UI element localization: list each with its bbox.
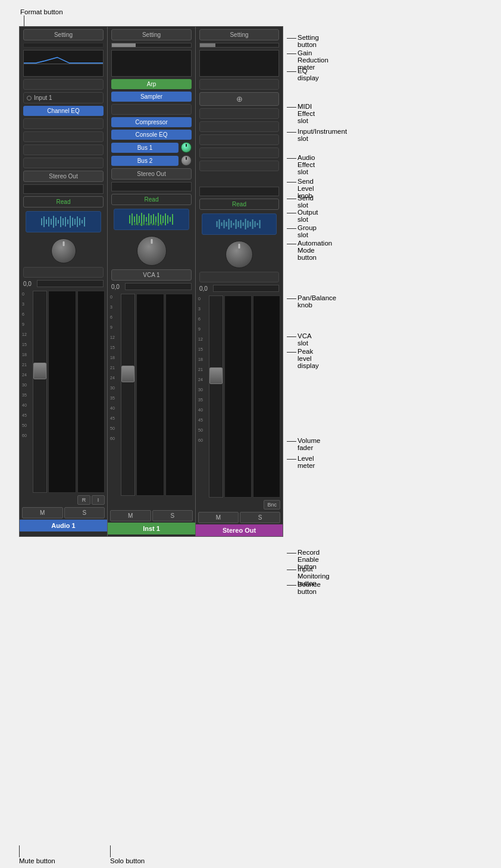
input-monitoring-button-audio1[interactable]: I xyxy=(92,495,105,505)
scale-45: 45 xyxy=(22,413,32,423)
channel-eq-slot-inst1[interactable] xyxy=(111,104,192,115)
volume-fader-inst1[interactable] xyxy=(121,366,134,382)
channel-eq-slot-audio1[interactable]: Channel EQ xyxy=(23,106,104,116)
ann-audio-effect: Audio Effect slot xyxy=(298,154,315,175)
svg-rect-37 xyxy=(172,214,173,225)
ann-output-slot: Output slot xyxy=(298,209,318,223)
mute-button-stereo-out[interactable]: M xyxy=(198,512,239,523)
svg-rect-29 xyxy=(153,214,154,225)
midi-effect-slot-audio1[interactable] xyxy=(23,79,104,90)
setting-button-stereo-out[interactable]: Setting xyxy=(199,29,279,40)
solo-button-inst1[interactable]: S xyxy=(152,510,193,521)
group-slot-stereo-out[interactable] xyxy=(199,187,279,196)
svg-rect-21 xyxy=(134,216,135,222)
channel-name-inst1[interactable]: Inst 1 xyxy=(108,523,195,534)
channel-inst1: Setting Arp Sampler Compressor Console E… xyxy=(107,26,195,537)
svg-rect-57 xyxy=(238,221,239,227)
peak-value-inst1: 0,0 xyxy=(111,284,123,290)
peak-value-stereo-out: 0,0 xyxy=(199,285,211,292)
peak-bar-inst1 xyxy=(125,283,192,290)
svg-rect-9 xyxy=(62,218,64,225)
pan-knob-inst1[interactable] xyxy=(137,236,167,266)
svg-rect-19 xyxy=(129,215,130,224)
svg-rect-30 xyxy=(155,216,156,222)
record-enable-button-audio1[interactable]: R xyxy=(77,495,90,505)
setting-button-audio1[interactable]: Setting xyxy=(23,29,104,40)
vca-slot-stereo-out[interactable] xyxy=(199,272,279,282)
input-slot-audio1[interactable]: Input 1 xyxy=(23,92,104,103)
channel-name-audio1[interactable]: Audio 1 xyxy=(20,520,107,532)
audio-effect-consoleeq-inst1[interactable]: Console EQ xyxy=(111,130,192,140)
volume-fader-audio1[interactable] xyxy=(33,363,46,379)
volume-fader-stereo-out[interactable] xyxy=(209,367,223,384)
svg-rect-3 xyxy=(48,217,49,227)
svg-rect-2 xyxy=(46,219,47,224)
audio-effect-compressor-inst1[interactable]: Compressor xyxy=(111,117,192,127)
audio-effect-slot2-audio1[interactable] xyxy=(23,131,104,142)
bounce-button-stereo-out[interactable]: Bnc xyxy=(264,500,280,510)
eq-display-inst1[interactable] xyxy=(111,50,192,77)
midi-effect-slot-stereo-out[interactable] xyxy=(199,79,279,90)
setting-button-inst1[interactable]: Setting xyxy=(111,29,192,40)
send-slot1-audio1[interactable] xyxy=(23,144,104,155)
mute-button-bottom-label: Mute button xyxy=(19,857,55,864)
level-meter-right-stereo-out xyxy=(253,295,280,498)
svg-rect-20 xyxy=(131,213,133,225)
send-bus2-button[interactable]: Bus 2 xyxy=(111,156,179,166)
send-slot2-stereo-out[interactable] xyxy=(199,161,279,171)
solo-button-stereo-out[interactable]: S xyxy=(240,512,280,523)
peak-display-inst1: 0,0 xyxy=(111,283,192,290)
mute-button-inst1[interactable]: M xyxy=(110,510,151,521)
ann-midi-effect: MIDI Effect slot xyxy=(298,103,315,124)
send-level-knob-bus1[interactable] xyxy=(181,142,192,153)
automation-btn-stereo-out[interactable]: Read xyxy=(199,199,279,210)
audio-effect-slot1-stereo-out[interactable] xyxy=(199,121,279,132)
svg-rect-56 xyxy=(236,219,237,229)
group-slot-inst1[interactable] xyxy=(111,182,192,191)
send-slot1-stereo-out[interactable] xyxy=(199,147,279,158)
ri-spacer-inst1 xyxy=(108,498,195,509)
vca-slot-audio1[interactable] xyxy=(23,267,104,278)
automation-btn-inst1[interactable]: Read xyxy=(111,194,192,205)
channel-eq-slot-stereo-out[interactable] xyxy=(199,108,279,119)
svg-rect-44 xyxy=(152,224,154,225)
output-slot-audio1[interactable]: Stereo Out xyxy=(23,171,104,182)
eq-display-audio1[interactable] xyxy=(23,50,104,77)
channel-name-stereo-out[interactable]: Stereo Out xyxy=(196,524,283,536)
eq-display-stereo-out[interactable] xyxy=(199,50,279,77)
input-instrument-slot-stereo-out[interactable]: ⊕ xyxy=(199,92,279,106)
input-instrument-slot-inst1[interactable]: Sampler xyxy=(111,92,192,102)
vca-slot-inst1[interactable]: VCA 1 xyxy=(111,269,192,281)
pan-knob-stereo-out[interactable] xyxy=(226,241,253,268)
pan-knob-audio1[interactable] xyxy=(51,238,76,263)
peak-display-stereo-out: 0,0 xyxy=(199,285,279,292)
automation-btn-audio1[interactable]: Read xyxy=(23,196,104,207)
send-bus1-button[interactable]: Bus 1 xyxy=(111,143,179,153)
audio-effect-slot2-stereo-out[interactable] xyxy=(199,134,279,145)
audio-effect-slot1-audio1[interactable] xyxy=(23,118,104,129)
mute-button-audio1[interactable]: M xyxy=(22,507,63,518)
peak-value-audio1: 0,0 xyxy=(23,281,35,287)
pan-knob-dot-inst1 xyxy=(151,239,152,244)
output-slot-inst1[interactable]: Stereo Out xyxy=(111,168,192,180)
svg-rect-17 xyxy=(82,220,83,224)
pan-knob-dot-stereo xyxy=(239,244,240,249)
scale-24: 24 xyxy=(22,373,32,383)
scale-21: 21 xyxy=(22,363,32,373)
scale-labels-audio1: 0 3 6 9 12 15 18 21 24 30 35 40 45 50 xyxy=(22,291,32,493)
send-level-knob-bus2[interactable] xyxy=(181,155,192,166)
ann-level-meter: Level meter xyxy=(298,455,315,469)
midi-effect-slot-inst1[interactable]: Arp xyxy=(111,79,192,89)
svg-rect-5 xyxy=(53,216,54,228)
svg-rect-64 xyxy=(255,221,256,227)
svg-rect-54 xyxy=(231,221,232,228)
svg-rect-65 xyxy=(257,223,258,225)
send-slot2-audio1[interactable] xyxy=(23,158,104,168)
svg-rect-49 xyxy=(219,219,220,229)
level-meter-right-inst1 xyxy=(165,294,193,496)
pan-knob-container-stereo-out xyxy=(196,241,283,268)
solo-button-audio1[interactable]: S xyxy=(64,507,105,518)
svg-rect-6 xyxy=(55,218,57,226)
group-slot-audio1[interactable] xyxy=(23,184,104,194)
bounce-button-area: Bnc xyxy=(198,500,280,510)
